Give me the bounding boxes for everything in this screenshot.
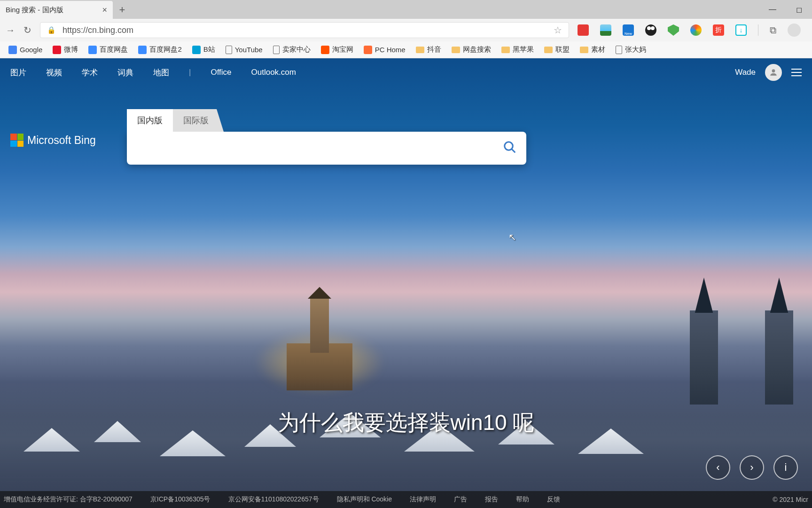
browser-tab-bar: Bing 搜索 - 国内版 × + — ◻ xyxy=(0,0,812,19)
town-foreground xyxy=(0,376,812,508)
forward-button[interactable]: → xyxy=(6,25,15,36)
favicon-icon xyxy=(138,46,147,54)
bookmark-label: 卖家中心 xyxy=(282,45,311,54)
url-field[interactable]: 🔒 https://cn.bing.com ☆ xyxy=(40,22,569,38)
browser-tab-active[interactable]: Bing 搜索 - 国内版 × xyxy=(0,1,113,19)
extensions-area: New 折 ↓ ⧉ xyxy=(578,24,806,37)
nav-separator: | xyxy=(189,68,191,77)
bookmark-item[interactable]: Google xyxy=(8,46,42,54)
bookmark-item[interactable]: B站 xyxy=(192,45,215,54)
bookmark-label: B站 xyxy=(203,45,215,54)
carousel-prev-button[interactable]: ‹ xyxy=(706,455,730,480)
footer-link[interactable]: 京ICP备10036305号 xyxy=(150,495,211,504)
bing-nav-bar: 图片视频学术词典地图|OfficeOutlook.com Wade xyxy=(0,58,812,87)
bookmark-item[interactable]: 卖家中心 xyxy=(273,45,311,54)
bookmark-label: 素材 xyxy=(591,45,605,54)
video-subtitle: 为什么我要选择装win10 呢 xyxy=(278,408,535,437)
bookmark-item[interactable]: PC Home xyxy=(364,46,406,54)
favicon-icon xyxy=(192,46,201,54)
bookmark-label: 百度网盘 xyxy=(100,45,128,54)
bookmark-label: 百度网盘2 xyxy=(149,45,181,54)
page-icon xyxy=(226,46,232,54)
bookmark-item[interactable]: 百度网盘 xyxy=(88,45,128,54)
user-name[interactable]: Wade xyxy=(735,68,756,77)
bing-nav-link[interactable]: Outlook.com xyxy=(251,68,296,77)
bing-nav-link[interactable]: 地图 xyxy=(153,67,169,78)
bookmarks-bar: Google微博百度网盘百度网盘2B站YouTube卖家中心淘宝网PC Home… xyxy=(0,41,812,58)
carousel-next-button[interactable]: › xyxy=(740,455,764,480)
favicon-icon xyxy=(88,46,97,54)
bookmark-label: 微博 xyxy=(64,45,78,54)
refresh-button[interactable]: ↻ xyxy=(23,24,31,36)
ext-zhe-icon[interactable]: 折 xyxy=(713,24,724,36)
svg-line-2 xyxy=(512,149,515,153)
footer-link[interactable]: 反馈 xyxy=(547,495,560,504)
folder-icon xyxy=(452,47,460,53)
bookmark-item[interactable]: 微博 xyxy=(53,45,78,54)
maximize-button[interactable]: ◻ xyxy=(786,0,812,19)
bookmark-item[interactable]: 张大妈 xyxy=(616,45,646,54)
ext-new-icon[interactable]: New xyxy=(623,24,634,36)
carousel-info-button[interactable]: i xyxy=(773,455,798,480)
new-tab-button[interactable]: + xyxy=(113,1,132,19)
minimize-button[interactable]: — xyxy=(759,0,786,19)
mouse-cursor-icon: ↖ xyxy=(508,231,516,243)
bing-nav-link[interactable]: Office xyxy=(211,68,231,77)
ext-shield-icon[interactable] xyxy=(668,24,679,36)
hamburger-menu-icon[interactable] xyxy=(791,69,802,76)
bookmark-item[interactable]: 百度网盘2 xyxy=(138,45,181,54)
tab-international[interactable]: 国际版 xyxy=(173,109,224,132)
profile-avatar-icon[interactable] xyxy=(788,24,801,37)
bing-nav-link[interactable]: 词典 xyxy=(117,67,133,78)
bookmark-item[interactable]: 联盟 xyxy=(544,45,570,54)
bookmark-label: Google xyxy=(20,46,42,54)
bookmark-item[interactable]: 淘宝网 xyxy=(321,45,353,54)
tab-title: Bing 搜索 - 国内版 xyxy=(6,6,63,15)
bookmark-item[interactable]: 素材 xyxy=(580,45,605,54)
bookmark-label: 淘宝网 xyxy=(332,45,353,54)
toolbar-divider xyxy=(758,24,758,36)
tab-domestic[interactable]: 国内版 xyxy=(127,109,173,132)
folder-icon xyxy=(544,47,553,53)
bing-homepage: 图片视频学术词典地图|OfficeOutlook.com Wade Micros… xyxy=(0,58,812,508)
search-button[interactable] xyxy=(503,140,517,156)
favorite-icon[interactable]: ☆ xyxy=(554,24,562,36)
favicon-icon xyxy=(53,46,61,54)
collections-icon[interactable]: ⧉ xyxy=(770,25,776,36)
footer-link[interactable]: 京公网安备11010802022657号 xyxy=(228,495,319,504)
search-icon xyxy=(503,140,517,154)
ext-landscape-icon[interactable] xyxy=(600,24,611,36)
url-text: https://cn.bing.com xyxy=(62,25,133,35)
ext-dark-icon[interactable] xyxy=(645,24,656,36)
ext-sync-icon[interactable]: ↓ xyxy=(735,24,747,36)
bookmark-label: 张大妈 xyxy=(625,45,646,54)
favicon-icon xyxy=(364,46,372,54)
folder-icon xyxy=(580,47,588,53)
image-carousel-controls: ‹ › i xyxy=(706,455,798,480)
window-controls: — ◻ xyxy=(759,0,812,19)
user-avatar-icon[interactable] xyxy=(765,64,782,81)
bookmark-label: YouTube xyxy=(235,46,263,54)
ext-circle-icon[interactable] xyxy=(690,24,702,36)
folder-icon xyxy=(416,47,424,53)
close-tab-icon[interactable]: × xyxy=(102,5,107,15)
footer-link[interactable]: 增值电信业务经营许可证: 合字B2-20090007 xyxy=(4,495,133,504)
footer-link[interactable]: 广告 xyxy=(454,495,467,504)
footer-link[interactable]: 法律声明 xyxy=(410,495,436,504)
bookmark-label: PC Home xyxy=(375,46,406,54)
ext-red-icon[interactable] xyxy=(578,24,589,36)
bing-nav-link[interactable]: 学术 xyxy=(82,67,98,78)
bookmark-item[interactable]: YouTube xyxy=(226,46,263,54)
bing-nav-link[interactable]: 视频 xyxy=(46,67,62,78)
bing-logo[interactable]: Microsoft Bing xyxy=(10,134,96,147)
folder-icon xyxy=(501,47,510,53)
footer-link[interactable]: 隐私声明和 Cookie xyxy=(337,495,392,504)
footer-link[interactable]: 报告 xyxy=(485,495,498,504)
footer-link[interactable]: 帮助 xyxy=(516,495,529,504)
search-input[interactable] xyxy=(136,143,503,154)
bing-nav-link[interactable]: 图片 xyxy=(10,67,26,78)
bookmark-item[interactable]: 抖音 xyxy=(416,45,441,54)
bookmark-item[interactable]: 网盘搜索 xyxy=(452,45,491,54)
page-icon xyxy=(616,46,622,54)
bookmark-item[interactable]: 黑苹果 xyxy=(501,45,534,54)
